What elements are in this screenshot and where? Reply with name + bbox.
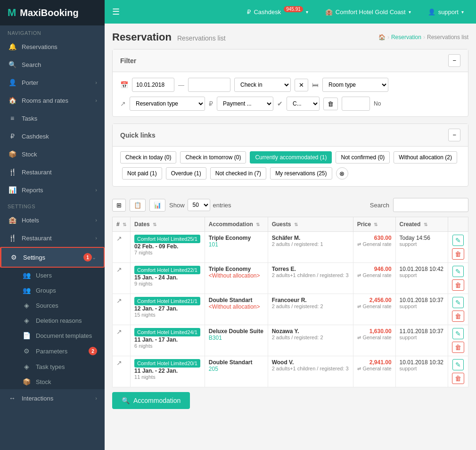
- breadcrumb-reservation-link[interactable]: Reservation: [391, 34, 421, 41]
- filter-checkin-clear[interactable]: ✕: [295, 79, 308, 91]
- filter-check-value[interactable]: [342, 97, 370, 111]
- sidebar-item-restaurant-settings[interactable]: 🍴 Restaurant ›: [0, 229, 105, 247]
- quick-link-currently-accommodated[interactable]: Currently accommodated (1): [250, 151, 332, 164]
- quick-link-checkin-today[interactable]: Check in today (0): [120, 151, 176, 164]
- app-logo[interactable]: M MaxiBooking: [0, 0, 105, 25]
- sidebar-item-stock[interactable]: 📦 Stock: [0, 145, 105, 163]
- guest-detail: 2 adults / registered: 1: [272, 241, 349, 247]
- guest-detail: 2 adults / registered: 2: [272, 335, 349, 340]
- sidebar-item-cashdesk[interactable]: ₽ Cashdesk: [0, 127, 105, 145]
- quick-link-not-paid[interactable]: Not paid (1): [122, 167, 162, 180]
- quick-links-collapse-button[interactable]: −: [448, 129, 460, 141]
- menu-toggle-button[interactable]: ☰: [112, 7, 120, 17]
- price-value: 946.00: [357, 266, 392, 272]
- edit-button[interactable]: ✎: [452, 297, 464, 308]
- table-search-input[interactable]: [393, 198, 468, 212]
- guest-detail: 2 adults / registered: 2: [272, 303, 349, 309]
- cashdesk-topbar-item[interactable]: ₽ Cashdesk 945.91 ▾: [242, 6, 312, 18]
- send-icon: ↗: [116, 359, 122, 367]
- sidebar-item-users[interactable]: 👥 Users: [0, 268, 105, 283]
- allocation-link[interactable]: <Without allocation>: [209, 303, 260, 310]
- row-tag-dates-cell: Comfort Hotel Limited25/1 02 Feb. - 09 F…: [131, 232, 205, 263]
- sidebar-item-restaurant[interactable]: 🍴 Restaurant: [0, 163, 105, 181]
- edit-button[interactable]: ✎: [452, 328, 464, 339]
- sidebar-item-tasks[interactable]: ≡ Tasks: [0, 109, 105, 127]
- row-tag-dates-cell: Comfort Hotel Limited22/1 15 Jan. - 24 J…: [131, 263, 205, 294]
- user-menu[interactable]: 👤 support ▾: [423, 6, 468, 18]
- sidebar-item-deletion-reasons[interactable]: ◈ Deletion reasons: [0, 313, 105, 328]
- sidebar-label-tasks: Tasks: [22, 115, 97, 122]
- sidebar-item-groups[interactable]: 👥 Groups: [0, 283, 105, 298]
- row-guests-cell: Torres E. 2 adults+1 children / register…: [268, 263, 353, 294]
- entries-per-page-select[interactable]: 50: [188, 199, 210, 211]
- filter-payment-select[interactable]: Payment ...: [217, 97, 273, 111]
- filter-room-type-select[interactable]: Room type: [322, 78, 388, 92]
- sidebar-item-document-templates[interactable]: 📄 Document templates: [0, 328, 105, 343]
- delete-button[interactable]: 🗑: [452, 248, 464, 260]
- export-csv-button[interactable]: 📋: [130, 199, 146, 212]
- sidebar-item-reports[interactable]: 📊 Reports ›: [0, 181, 105, 199]
- reservation-tag[interactable]: Comfort Hotel Limited20/1: [134, 359, 200, 368]
- accommodation-button[interactable]: 🔍 Accommodation: [112, 392, 190, 409]
- reservation-tag[interactable]: Comfort Hotel Limited24/1: [134, 328, 200, 336]
- filter-checkin-select[interactable]: Check in: [234, 78, 291, 92]
- sidebar-item-interactions[interactable]: ↔ Interactions ›: [0, 389, 105, 407]
- hotel-selector[interactable]: 🏨 Comfort Hotel Gold Coast ▾: [320, 6, 416, 18]
- date-range: 11 Jan. - 22 Jan.: [134, 368, 201, 374]
- sidebar-item-search[interactable]: 🔍 Search: [0, 56, 105, 74]
- created-by: support: [400, 241, 444, 247]
- sidebar-item-porter[interactable]: 👤 Porter ›: [0, 74, 105, 91]
- sidebar-item-parameters[interactable]: ⚙ Parameters 2: [0, 343, 105, 359]
- row-actions-cell: ✎ 🗑: [448, 356, 468, 387]
- row-send-icon-cell: ↗: [113, 263, 131, 294]
- allocation-link[interactable]: <Without allocation>: [209, 272, 260, 279]
- sidebar-label-hotels: Hotels: [22, 217, 95, 224]
- edit-button[interactable]: ✎: [452, 266, 464, 277]
- delete-button[interactable]: 🗑: [452, 342, 464, 353]
- view-grid-button[interactable]: ⊞: [112, 199, 126, 212]
- reservation-tag[interactable]: Comfort Hotel Limited21/1: [134, 297, 200, 305]
- filter-collapse-button[interactable]: −: [448, 54, 460, 67]
- main-area: ☰ ₽ Cashdesk 945.91 ▾ 🏨 Comfort Hotel Go…: [105, 0, 476, 450]
- quick-link-clear-button[interactable]: ⊗: [336, 167, 348, 180]
- table-row: ↗ Comfort Hotel Limited25/1 02 Feb. - 09…: [113, 232, 468, 263]
- quick-link-checkin-tomorrow[interactable]: Check in tomorrow (0): [180, 151, 246, 164]
- quick-links-title: Quick links: [120, 131, 156, 139]
- quick-link-overdue[interactable]: Overdue (1): [166, 167, 206, 180]
- edit-button[interactable]: ✎: [452, 235, 464, 246]
- reservation-tag[interactable]: Comfort Hotel Limited22/1: [134, 266, 200, 274]
- quick-link-not-checked-in[interactable]: Not checked in (7): [210, 167, 266, 180]
- sidebar-item-task-types[interactable]: ◈ Task types: [0, 359, 105, 374]
- price-value: 630.00: [357, 235, 392, 241]
- sidebar-label-interactions: Interactions: [22, 395, 95, 402]
- reservation-tag[interactable]: Comfort Hotel Limited25/1: [134, 235, 200, 243]
- delete-button[interactable]: 🗑: [452, 279, 464, 291]
- reports-icon: 📊: [8, 186, 17, 194]
- filter-status-select[interactable]: C...: [287, 97, 320, 111]
- params-icon: ⚙: [22, 347, 31, 355]
- quick-link-not-confirmed[interactable]: Not confirmed (0): [336, 151, 390, 164]
- export-excel-button[interactable]: 📊: [149, 199, 165, 212]
- filter-reservation-type-select[interactable]: Reservation type: [130, 97, 205, 111]
- quick-link-my-reservations[interactable]: My reservations (25): [270, 167, 332, 180]
- price-rate: ⇌ General rate: [357, 366, 392, 371]
- filter-delete-button[interactable]: 🗑: [323, 98, 338, 110]
- reservations-table-wrapper: # ⇅ Dates ⇅ Accommodation ⇅ Guests ⇅ Pri…: [112, 217, 468, 387]
- quick-link-without-allocation[interactable]: Without allocation (2): [394, 151, 457, 164]
- guest-detail: 2 adults+1 children / registered: 3: [272, 366, 349, 371]
- sidebar-item-hotels[interactable]: 🏨 Hotels ›: [0, 211, 105, 229]
- filter-date-to[interactable]: [188, 78, 230, 92]
- delete-button[interactable]: 🗑: [452, 311, 464, 322]
- sidebar-item-stock-settings[interactable]: 📦 Stock: [0, 374, 105, 389]
- sidebar-label-restaurant: Restaurant: [22, 169, 97, 176]
- sidebar-item-settings[interactable]: ⚙ Settings 1 ⌄: [0, 247, 105, 268]
- doc-icon: 📄: [22, 332, 31, 339]
- filter-date-from[interactable]: [132, 78, 174, 92]
- delete-button[interactable]: 🗑: [452, 373, 464, 384]
- sidebar-item-reservations[interactable]: 🔔 Reservations: [0, 38, 105, 56]
- row-guests-cell: Schäfer M. 2 adults / registered: 1: [268, 232, 353, 263]
- sidebar-item-sources[interactable]: ◈ Sources: [0, 298, 105, 313]
- quick-links-header: Quick links −: [113, 124, 468, 147]
- edit-button[interactable]: ✎: [452, 359, 464, 370]
- sidebar-item-rooms-and-rates[interactable]: 🏠 Rooms and rates ›: [0, 91, 105, 109]
